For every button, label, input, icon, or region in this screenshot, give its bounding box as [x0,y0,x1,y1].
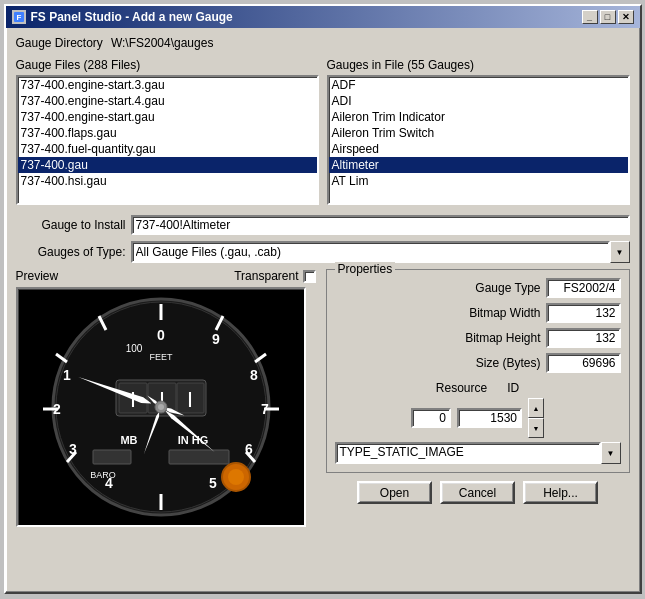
size-bytes-label: Size (Bytes) [335,356,541,370]
size-bytes-row: Size (Bytes) 69696 [335,353,621,373]
bottom-buttons: Open Cancel Help... [326,481,630,504]
title-bar: F FS Panel Studio - Add a new Gauge _ □ … [6,6,640,28]
bitmap-width-label: Bitmap Width [335,306,541,320]
gauges-in-file-panel: Gauges in File (55 Gauges) ADF ADI Ailer… [327,58,630,205]
gauge-to-install-input[interactable] [131,215,630,235]
gauges-in-file-listbox[interactable]: ADF ADI Aileron Trim Indicator Aileron T… [327,75,630,205]
svg-text:3: 3 [69,441,77,457]
transparent-checkbox[interactable] [303,270,316,283]
svg-text:2: 2 [53,401,61,417]
svg-text:9: 9 [212,331,220,347]
svg-text:MB: MB [120,434,137,446]
window-title: FS Panel Studio - Add a new Gauge [31,10,233,24]
cancel-button[interactable]: Cancel [440,481,515,504]
altimeter-gauge-svg: 0 9 8 7 6 5 4 3 2 1 [21,292,301,522]
gauge-to-install-label: Gauge to Install [16,218,126,232]
id-header: ID [507,381,519,395]
svg-text:100: 100 [125,343,142,354]
gauges-of-type-select[interactable]: All Gauge Files (.gau, .cab) [131,241,610,263]
svg-text:F: F [16,13,21,22]
svg-text:0: 0 [157,327,165,343]
gauge-type-value: FS2002/4 [546,278,621,298]
svg-text:8: 8 [250,367,258,383]
list-item[interactable]: ADF [329,77,628,93]
id-spinner[interactable]: ▲ ▼ [528,398,544,438]
list-item[interactable]: 737-400.engine-start.gau [18,109,317,125]
type-static-dropdown-btn[interactable]: ▼ [601,442,621,464]
gauge-to-install-row: Gauge to Install [16,215,630,235]
svg-text:IN HG: IN HG [177,434,208,446]
list-item[interactable]: Airspeed [329,141,628,157]
svg-text:FEET: FEET [149,352,173,362]
preview-section: Preview Transparent [16,269,316,527]
svg-text:1: 1 [63,367,71,383]
two-panel-lists: Gauge Files (288 Files) 737-400.engine-s… [16,58,630,205]
gauge-files-panel: Gauge Files (288 Files) 737-400.engine-s… [16,58,319,205]
lower-section: Preview Transparent [16,269,630,527]
svg-text:|: | [187,390,191,407]
svg-rect-38 [169,450,229,464]
title-buttons: _ □ ✕ [582,10,634,24]
id-input[interactable] [457,408,522,428]
gauge-type-label: Gauge Type [335,281,541,295]
spin-down-button[interactable]: ▼ [528,418,544,438]
open-button[interactable]: Open [357,481,432,504]
type-static-row: TYPE_STATIC_IMAGE ▼ [335,442,621,464]
gauges-in-file-label: Gauges in File (55 Gauges) [327,58,630,72]
resource-id-headers: Resource ID [335,381,621,395]
window-content: Gauge Directory W:\FS2004\gauges Gauge F… [6,28,640,535]
gauge-directory-label: Gauge Directory [16,36,103,50]
close-button[interactable]: ✕ [618,10,634,24]
list-item[interactable]: 737-400.fuel-quantity.gau [18,141,317,157]
svg-text:7: 7 [261,401,269,417]
bitmap-height-value: 132 [546,328,621,348]
list-item[interactable]: 737-400.engine-start.3.gau [18,77,317,93]
gauges-of-type-dropdown-btn[interactable]: ▼ [610,241,630,263]
gauge-files-label: Gauge Files (288 Files) [16,58,319,72]
resource-input[interactable] [411,408,451,428]
transparent-row: Transparent [234,269,315,283]
gauges-of-type-row: Gauges of Type: All Gauge Files (.gau, .… [16,241,630,263]
preview-label-row: Preview Transparent [16,269,316,283]
list-item[interactable]: Aileron Trim Switch [329,125,628,141]
maximize-button[interactable]: □ [600,10,616,24]
list-item[interactable]: ADI [329,93,628,109]
bitmap-width-value: 132 [546,303,621,323]
list-item[interactable]: AT Lim [329,173,628,189]
bitmap-height-row: Bitmap Height 132 [335,328,621,348]
type-static-value: TYPE_STATIC_IMAGE [335,442,601,464]
list-item[interactable]: Aileron Trim Indicator [329,109,628,125]
properties-group-title: Properties [335,262,396,276]
transparent-label: Transparent [234,269,298,283]
minimize-button[interactable]: _ [582,10,598,24]
list-item-selected[interactable]: 737-400.gau [18,157,317,173]
bitmap-height-label: Bitmap Height [335,331,541,345]
list-item[interactable]: 737-400.hsi.gau [18,173,317,189]
svg-point-40 [228,469,244,485]
svg-point-47 [158,404,164,410]
gauge-files-listbox[interactable]: 737-400.engine-start.3.gau 737-400.engin… [16,75,319,205]
resource-id-section: Resource ID ▲ ▼ TYPE_STATIC_ [335,381,621,464]
list-item[interactable]: 737-400.flaps.gau [18,125,317,141]
app-icon: F [12,10,26,24]
list-item-selected[interactable]: Altimeter [329,157,628,173]
main-window: F FS Panel Studio - Add a new Gauge _ □ … [4,4,642,594]
gauge-directory-row: Gauge Directory W:\FS2004\gauges [16,36,630,50]
svg-text:BARO: BARO [90,470,116,480]
gauges-of-type-dropdown-container: All Gauge Files (.gau, .cab) ▼ [131,241,630,263]
gauges-of-type-label: Gauges of Type: [16,245,126,259]
size-bytes-value: 69696 [546,353,621,373]
title-bar-left: F FS Panel Studio - Add a new Gauge [12,10,233,24]
svg-text:5: 5 [209,475,217,491]
resource-id-inputs: ▲ ▼ [335,398,621,438]
svg-rect-37 [93,450,131,464]
svg-text:6: 6 [245,441,253,457]
help-button[interactable]: Help... [523,481,598,504]
gauge-type-row: Gauge Type FS2002/4 [335,278,621,298]
list-item[interactable]: 737-400.engine-start.4.gau [18,93,317,109]
properties-group: Properties Gauge Type FS2002/4 Bitmap Wi… [326,269,630,473]
preview-image: 0 9 8 7 6 5 4 3 2 1 [16,287,306,527]
bitmap-width-row: Bitmap Width 132 [335,303,621,323]
spin-up-button[interactable]: ▲ [528,398,544,418]
resource-header: Resource [436,381,487,395]
